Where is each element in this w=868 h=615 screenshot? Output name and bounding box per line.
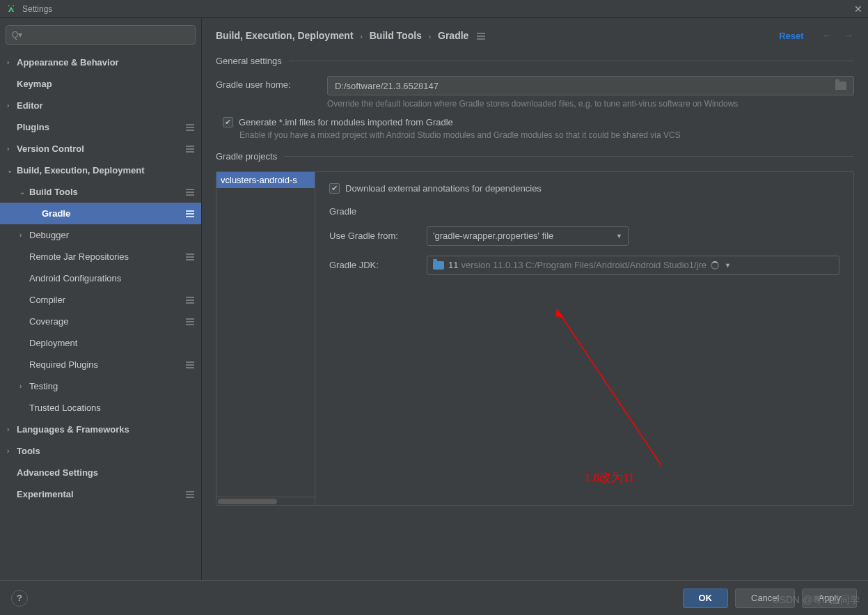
sidebar-item[interactable]: Gradle	[0, 203, 201, 224]
project-scope-icon	[186, 318, 194, 325]
sidebar-item-label: Appearance & Behavior	[17, 57, 194, 68]
ok-button[interactable]: OK	[683, 589, 729, 608]
sidebar-item[interactable]: ›Testing	[0, 375, 201, 397]
generate-iml-hint: Enable if you have a mixed project with …	[239, 130, 854, 140]
sidebar-item[interactable]: ⌄Build, Execution, Deployment	[0, 159, 201, 181]
nav-arrows: ← →	[815, 29, 854, 42]
sidebar-item[interactable]: Keymap	[0, 73, 201, 95]
search-input[interactable]: Q▾	[6, 25, 196, 45]
titlebar: Settings ✕	[0, 0, 868, 18]
android-studio-icon	[6, 3, 17, 15]
sidebar-item[interactable]: Deployment	[0, 332, 201, 354]
project-scope-icon	[186, 189, 194, 196]
sidebar-item[interactable]: ⌄Build Tools	[0, 181, 201, 203]
sidebar-item-label: Experimental	[17, 489, 186, 499]
gradle-home-label: Gradle user home:	[216, 76, 327, 90]
sidebar-item[interactable]: ›Tools	[0, 440, 201, 462]
sidebar-item-label: Gradle	[42, 208, 186, 219]
sidebar-item-label: Version Control	[17, 143, 186, 154]
forward-icon[interactable]: →	[843, 29, 854, 41]
sidebar-item[interactable]: ›Editor	[0, 95, 201, 116]
main-panel: Build, Execution, Deployment › Build Too…	[202, 18, 868, 580]
sidebar-item-label: Build Tools	[29, 187, 186, 197]
sidebar-item-label: Debugger	[29, 230, 194, 240]
sidebar-item-label: Editor	[17, 100, 194, 111]
sidebar-item-label: Plugins	[17, 122, 186, 132]
back-icon[interactable]: ←	[822, 29, 833, 41]
sidebar-item[interactable]: Remote Jar Repositories	[0, 246, 201, 267]
settings-tree: ›Appearance & BehaviorKeymap›EditorPlugi…	[0, 52, 201, 505]
expander-icon: ›	[19, 382, 29, 390]
chevron-down-icon: ▼	[725, 262, 731, 269]
gradle-home-hint: Override the default location where Grad…	[327, 98, 854, 110]
breadcrumb: Build, Execution, Deployment › Build Too…	[216, 30, 779, 41]
project-scope-icon	[186, 491, 194, 498]
gradle-jdk-dropdown[interactable]: 11 version 11.0.13 C:/Program Files/Andr…	[427, 256, 839, 275]
svg-point-1	[13, 5, 14, 6]
sidebar-item-label: Advanced Settings	[17, 467, 194, 478]
scrollbar[interactable]	[216, 497, 315, 505]
project-scope-icon	[477, 33, 485, 40]
project-scope-icon	[186, 146, 194, 153]
gradle-subsection: Gradle	[329, 206, 839, 217]
use-gradle-from-dropdown[interactable]: 'gradle-wrapper.properties' file ▼	[427, 226, 629, 246]
section-general: General settings	[216, 56, 854, 66]
sidebar-item[interactable]: ›Languages & Frameworks	[0, 419, 201, 440]
expander-icon: ›	[7, 426, 17, 433]
sidebar-item[interactable]: Trusted Locations	[0, 397, 201, 419]
window-title: Settings	[22, 4, 854, 14]
sidebar-item-label: Trusted Locations	[29, 403, 194, 413]
sidebar-item-label: Tools	[17, 446, 194, 456]
sidebar-item-label: Build, Execution, Deployment	[17, 165, 194, 176]
gradle-projects-pane: vclusters-android-s ✔ Download external …	[216, 171, 854, 506]
project-item[interactable]: vclusters-android-s	[216, 172, 315, 188]
browse-icon[interactable]	[835, 81, 846, 90]
sidebar-item-label: Compiler	[29, 295, 186, 305]
sidebar-item[interactable]: Coverage	[0, 311, 201, 332]
sidebar-item[interactable]: Plugins	[0, 116, 201, 138]
download-annotations-checkbox[interactable]: ✔ Download external annotations for depe…	[329, 183, 839, 194]
loading-spinner-icon	[711, 261, 719, 270]
watermark: CSDN @粤M温同学	[773, 594, 860, 607]
chevron-down-icon: ▼	[616, 233, 622, 240]
project-scope-icon	[186, 124, 194, 131]
use-gradle-from-label: Use Gradle from:	[329, 231, 427, 241]
expander-icon: ›	[7, 102, 17, 109]
sidebar-item-label: Keymap	[17, 79, 194, 89]
expander-icon: ›	[7, 145, 17, 153]
expander-icon: ›	[7, 447, 17, 455]
expander-icon: ›	[7, 59, 17, 66]
sidebar-item[interactable]: Compiler	[0, 289, 201, 311]
search-icon: Q▾	[12, 30, 22, 40]
generate-iml-checkbox[interactable]: ✔ Generate *.iml files for modules impor…	[223, 117, 854, 127]
gradle-home-input[interactable]: D:/software/21.3.6528147	[327, 76, 854, 95]
project-list[interactable]: vclusters-android-s	[216, 172, 315, 505]
sidebar-item-label: Testing	[29, 381, 194, 391]
sidebar-item[interactable]: Advanced Settings	[0, 462, 201, 483]
gradle-jdk-label: Gradle JDK:	[329, 260, 427, 270]
expander-icon: ›	[19, 231, 29, 239]
folder-icon	[433, 261, 444, 270]
section-gradle-projects: Gradle projects	[216, 151, 854, 162]
sidebar-item[interactable]: Experimental	[0, 483, 201, 505]
sidebar-item[interactable]: ›Debugger	[0, 224, 201, 246]
sidebar-item-label: Languages & Frameworks	[17, 424, 194, 435]
reset-link[interactable]: Reset	[779, 31, 803, 41]
project-scope-icon	[186, 297, 194, 304]
sidebar-item-label: Deployment	[29, 338, 194, 348]
sidebar-item-label: Coverage	[29, 316, 186, 327]
close-icon[interactable]: ✕	[854, 3, 862, 15]
sidebar-item-label: Remote Jar Repositories	[29, 251, 186, 262]
sidebar-item[interactable]: Required Plugins	[0, 354, 201, 375]
svg-point-0	[8, 5, 10, 6]
sidebar-item[interactable]: Android Configurations	[0, 267, 201, 289]
help-button[interactable]: ?	[11, 590, 28, 607]
project-scope-icon	[186, 361, 194, 368]
sidebar-item[interactable]: ›Appearance & Behavior	[0, 52, 201, 73]
settings-sidebar: Q▾ ›Appearance & BehaviorKeymap›EditorPl…	[0, 18, 202, 580]
sidebar-item[interactable]: ›Version Control	[0, 138, 201, 159]
sidebar-item-label: Required Plugins	[29, 359, 186, 370]
sidebar-item-label: Android Configurations	[29, 273, 194, 283]
project-scope-icon	[186, 254, 194, 260]
project-scope-icon	[186, 210, 194, 217]
